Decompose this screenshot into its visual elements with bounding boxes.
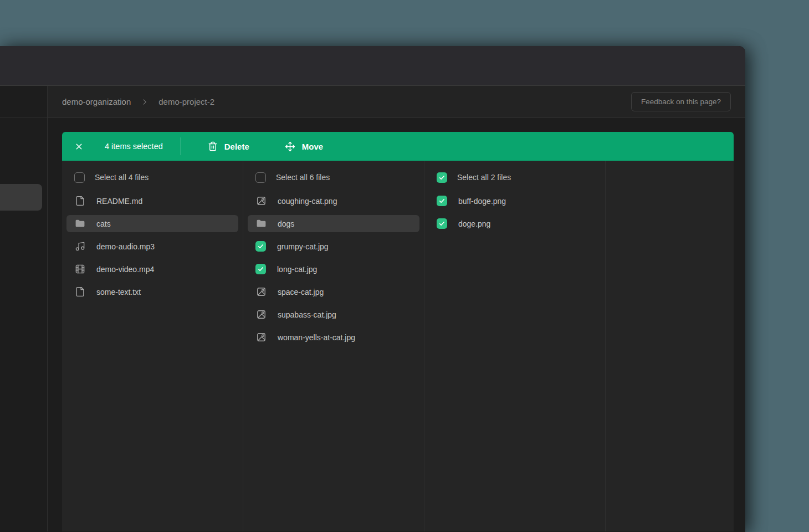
file-row[interactable]: grumpy-cat.jpg bbox=[248, 238, 419, 255]
file-column-2: Select all 6 filescoughing-cat.pngdogsgr… bbox=[243, 161, 424, 531]
file-row[interactable]: supabass-cat.jpg bbox=[248, 306, 419, 323]
breadcrumb-organization[interactable]: demo-organization bbox=[62, 97, 131, 106]
file-name: demo-audio.mp3 bbox=[96, 242, 155, 251]
select-all-row[interactable]: Select all 2 files bbox=[429, 170, 601, 185]
file-row[interactable]: some-text.txt bbox=[66, 283, 238, 300]
selected-count-label: 4 items selected bbox=[105, 142, 163, 151]
delete-button[interactable]: Delete bbox=[208, 141, 249, 151]
storage-explorer: 4 items selected Delete Move bbox=[48, 118, 745, 531]
trash-icon bbox=[208, 141, 218, 151]
file-name: README.md bbox=[96, 197, 142, 206]
window-top-bar bbox=[0, 46, 745, 86]
checkbox-checked-icon[interactable] bbox=[437, 218, 447, 229]
checkbox-unchecked-icon[interactable] bbox=[74, 172, 85, 183]
file-row[interactable]: buff-doge.png bbox=[429, 192, 601, 209]
file-row[interactable]: long-cat.jpg bbox=[248, 260, 419, 278]
file-name: some-text.txt bbox=[96, 288, 141, 296]
folder-row[interactable]: cats bbox=[66, 215, 238, 232]
select-all-row[interactable]: Select all 4 files bbox=[66, 170, 238, 185]
checkbox-checked-icon[interactable] bbox=[255, 264, 266, 274]
breadcrumb: demo-organization demo-project-2 bbox=[62, 97, 214, 106]
action-bar-divider bbox=[181, 137, 181, 155]
file-name: space-cat.jpg bbox=[278, 288, 324, 296]
page-header: demo-organization demo-project-2 Feedbac… bbox=[48, 86, 745, 118]
file-name: grumpy-cat.jpg bbox=[277, 242, 329, 251]
move-button[interactable]: Move bbox=[285, 141, 323, 152]
file-row[interactable]: demo-audio.mp3 bbox=[66, 238, 238, 255]
checkbox-checked-icon[interactable] bbox=[437, 196, 447, 206]
file-column-1: Select all 4 filesREADME.mdcatsdemo-audi… bbox=[62, 161, 243, 531]
delete-button-label: Delete bbox=[224, 142, 249, 151]
file-row[interactable]: README.md bbox=[66, 192, 238, 209]
folder-name: dogs bbox=[278, 219, 294, 228]
film-icon bbox=[74, 264, 85, 274]
file-name: buff-doge.png bbox=[458, 197, 506, 206]
app-window: demo-organization demo-project-2 Feedbac… bbox=[0, 46, 745, 532]
breadcrumb-project[interactable]: demo-project-2 bbox=[158, 97, 214, 106]
file-row[interactable]: doge.png bbox=[429, 215, 601, 232]
nav-sidebar bbox=[0, 86, 48, 531]
folder-icon bbox=[74, 218, 85, 229]
file-column-3: Select all 2 filesbuff-doge.pngdoge.png bbox=[424, 161, 606, 531]
select-all-label: Select all 6 files bbox=[276, 173, 330, 182]
folder-icon bbox=[255, 218, 267, 229]
file-name: doge.png bbox=[458, 219, 490, 228]
image-icon bbox=[255, 332, 267, 342]
music-icon bbox=[74, 241, 85, 252]
image-icon bbox=[255, 309, 267, 320]
folder-row[interactable]: dogs bbox=[248, 215, 419, 232]
file-icon bbox=[74, 196, 85, 206]
move-icon bbox=[285, 141, 295, 152]
move-button-label: Move bbox=[302, 142, 323, 151]
file-columns-panel: Select all 4 filesREADME.mdcatsdemo-audi… bbox=[62, 161, 734, 531]
file-name: demo-video.mp4 bbox=[96, 265, 154, 274]
file-row[interactable]: woman-yells-at-cat.jpg bbox=[248, 329, 419, 346]
checkbox-unchecked-icon[interactable] bbox=[255, 172, 266, 183]
file-row[interactable]: demo-video.mp4 bbox=[66, 260, 238, 278]
image-icon bbox=[255, 196, 267, 206]
file-icon bbox=[74, 287, 85, 297]
file-name: coughing-cat.png bbox=[278, 197, 337, 206]
close-selection-button[interactable] bbox=[74, 142, 84, 151]
select-all-row[interactable]: Select all 6 files bbox=[248, 170, 419, 185]
select-all-label: Select all 4 files bbox=[95, 173, 149, 182]
feedback-button[interactable]: Feedback on this page? bbox=[631, 92, 731, 111]
image-icon bbox=[255, 287, 267, 297]
checkbox-checked-icon[interactable] bbox=[437, 172, 447, 183]
sidebar-header bbox=[0, 86, 47, 117]
file-name: long-cat.jpg bbox=[277, 265, 317, 274]
checkbox-checked-icon[interactable] bbox=[255, 241, 266, 252]
file-name: woman-yells-at-cat.jpg bbox=[278, 333, 355, 342]
file-name: supabass-cat.jpg bbox=[278, 310, 336, 319]
file-row[interactable]: space-cat.jpg bbox=[248, 283, 419, 300]
select-all-label: Select all 2 files bbox=[457, 173, 511, 182]
file-row[interactable]: coughing-cat.png bbox=[248, 192, 419, 209]
sidebar-active-item[interactable] bbox=[0, 184, 42, 211]
empty-column bbox=[606, 161, 734, 531]
selection-action-bar: 4 items selected Delete Move bbox=[62, 132, 734, 161]
folder-name: cats bbox=[96, 219, 111, 228]
chevron-right-icon bbox=[141, 98, 149, 106]
